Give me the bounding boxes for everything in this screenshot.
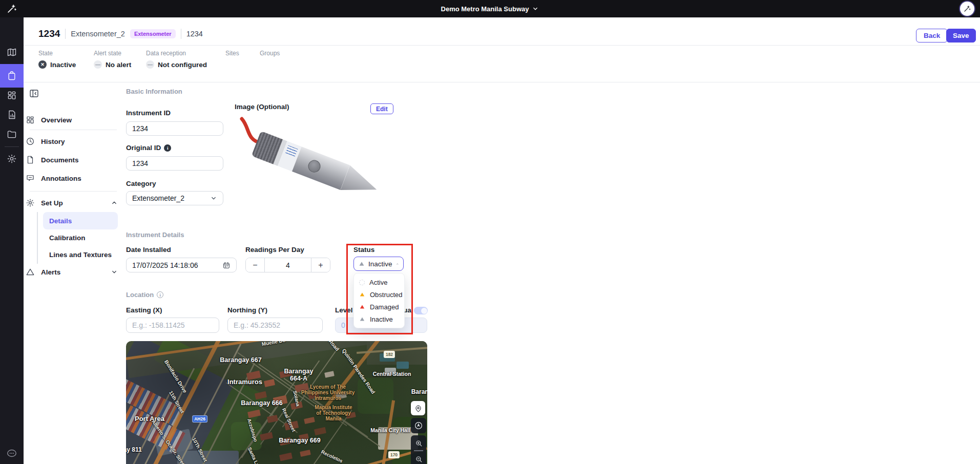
readings-per-day-value[interactable]: 4 — [264, 258, 311, 272]
zoom-out-icon — [415, 455, 423, 463]
status-col-state: State✕Inactive — [38, 50, 76, 69]
status-option-active[interactable]: Active — [354, 276, 404, 288]
location-title-text: Location — [126, 291, 154, 299]
location-map[interactable]: Muelle DeRoadBarangay 667IntramurosBaran… — [126, 341, 427, 464]
sidebar-item-set-up[interactable]: Set Up — [26, 195, 118, 210]
sidebar-subtree-line — [37, 212, 38, 264]
map-zoom-out-button[interactable] — [411, 452, 426, 464]
sidebar-item-documents[interactable]: Documents — [26, 152, 118, 167]
status-option-label: Damaged — [370, 303, 399, 311]
calendar-icon[interactable] — [222, 261, 231, 269]
status-col-label: Groups — [260, 50, 280, 57]
sidebar-subitem-calibration[interactable]: Calibration — [43, 229, 118, 246]
status-col-data-reception: Data reception—Not configured — [146, 50, 207, 69]
map-zoom-in-button[interactable] — [411, 436, 426, 450]
rail-item-chat[interactable] — [0, 444, 24, 463]
northing-input[interactable] — [227, 318, 323, 333]
rail-item-settings[interactable] — [0, 149, 24, 168]
section-instrument-details: Instrument Details — [126, 231, 184, 239]
manual-toggle[interactable] — [414, 307, 428, 314]
status-triangle-icon — [360, 262, 364, 266]
avatar-wand-icon — [963, 5, 971, 13]
rail-item-files[interactable] — [0, 124, 24, 144]
map-label-manila-city-hall: Manila City Hall — [370, 427, 410, 433]
instruments-icon — [7, 71, 17, 81]
status-select[interactable]: Inactive — [353, 257, 404, 271]
status-option-inactive[interactable]: Inactive — [354, 313, 404, 325]
map-label-lyceum-of-the: Lyceum of ThePhilippines UniversityIntra… — [301, 384, 355, 401]
reports-icon — [7, 110, 17, 120]
status-option-label: Obstructed — [370, 291, 403, 299]
info-icon[interactable]: i — [157, 291, 163, 298]
dash-circle-icon: — — [94, 60, 102, 69]
increment-button[interactable]: + — [311, 258, 330, 272]
sidebar-subitem-details[interactable]: Details — [43, 212, 118, 229]
sidebar-item-label: Documents — [41, 156, 79, 164]
rail-item-dashboard[interactable] — [0, 86, 24, 105]
map-road-badge-ah26: AH26 — [192, 415, 207, 423]
dash-circle-icon: — — [146, 60, 154, 69]
info-icon[interactable]: i — [164, 144, 171, 152]
map-zoom-panel — [411, 435, 426, 464]
page-title-secondary-id: 1234 — [186, 30, 203, 38]
rail-divider — [5, 146, 19, 147]
northing-label: Northing (Y) — [227, 306, 267, 314]
map-locate-pin-button[interactable] — [411, 401, 425, 415]
image-edit-button[interactable]: Edit — [370, 103, 393, 114]
divider — [65, 29, 66, 39]
x-circle-icon: ✕ — [38, 60, 47, 69]
chat-icon — [6, 448, 17, 459]
save-button[interactable]: Save — [946, 29, 976, 43]
project-switcher[interactable]: Demo Metro Manila Subway — [0, 0, 980, 17]
map-label-central-station: Central Station — [373, 371, 411, 377]
original-id-label: Original ID i — [126, 144, 171, 152]
instrument-id-input[interactable] — [126, 121, 223, 136]
map-label-barangay-666: Barangay 666 — [241, 399, 282, 407]
sidebar-subitem-label: Lines and Textures — [49, 251, 112, 259]
status-option-damaged[interactable]: Damaged — [354, 301, 404, 313]
icon-rail — [0, 17, 24, 464]
map-label-port-area: Port Area — [135, 415, 164, 423]
category-label: Category — [126, 180, 156, 187]
sidebar-item-history[interactable]: History — [26, 134, 118, 149]
chevron-down-icon — [532, 5, 539, 12]
top-bar: Demo Metro Manila Subway — [0, 0, 980, 17]
readings-per-day-label: Readings Per Day — [245, 246, 304, 254]
easting-input[interactable] — [126, 318, 219, 333]
status-option-obstructed[interactable]: Obstructed — [354, 288, 404, 301]
map-compass-button[interactable] — [411, 418, 426, 433]
compass-icon — [414, 421, 423, 430]
instrument-id-label: Instrument ID — [126, 109, 171, 117]
status-col-alert-state: Alert state—No alert — [94, 50, 131, 69]
rail-item-map[interactable] — [0, 43, 24, 62]
map-label-barangay: Barangay664-A — [284, 368, 314, 382]
date-installed-input[interactable]: 17/07/2025 14:18:06 — [126, 258, 237, 272]
divider — [24, 45, 980, 46]
sidebar-item-alerts[interactable]: Alerts — [26, 264, 118, 280]
gear-icon — [26, 198, 35, 207]
triangle-icon — [360, 293, 364, 297]
map-icon — [7, 47, 17, 57]
section-basic-information: Basic Information — [126, 88, 182, 95]
original-id-input[interactable] — [126, 156, 223, 171]
sidebar-item-annotations[interactable]: Annotations — [26, 171, 118, 186]
clock-icon — [26, 137, 35, 146]
rail-item-instruments[interactable] — [0, 64, 24, 88]
page-title-id: 1234 — [38, 28, 60, 39]
sidebar-subitem-lines-and-textures[interactable]: Lines and Textures — [43, 246, 118, 263]
page-title-category: Extensometer_2 — [71, 30, 125, 38]
sidebar-collapse-icon[interactable] — [29, 88, 39, 99]
category-select[interactable]: Extensometer_2 — [126, 191, 223, 205]
rail-item-reports[interactable] — [0, 105, 24, 124]
sidebar-item-label: Annotations — [41, 175, 81, 182]
status-col-value: ✕Inactive — [38, 60, 76, 69]
map-label-mapua-institute: Mapua Instituteof TechnologyManila — [315, 405, 352, 421]
user-avatar[interactable] — [960, 2, 974, 16]
decrement-button[interactable]: − — [246, 258, 264, 272]
sidebar-item-overview[interactable]: Overview — [26, 112, 118, 128]
settings-icon — [7, 154, 17, 164]
sidebar-item-label: History — [41, 138, 65, 145]
sidebar-subitem-label: Calibration — [49, 234, 86, 242]
locate-pin-icon — [414, 404, 423, 413]
back-button[interactable]: Back — [916, 29, 948, 43]
